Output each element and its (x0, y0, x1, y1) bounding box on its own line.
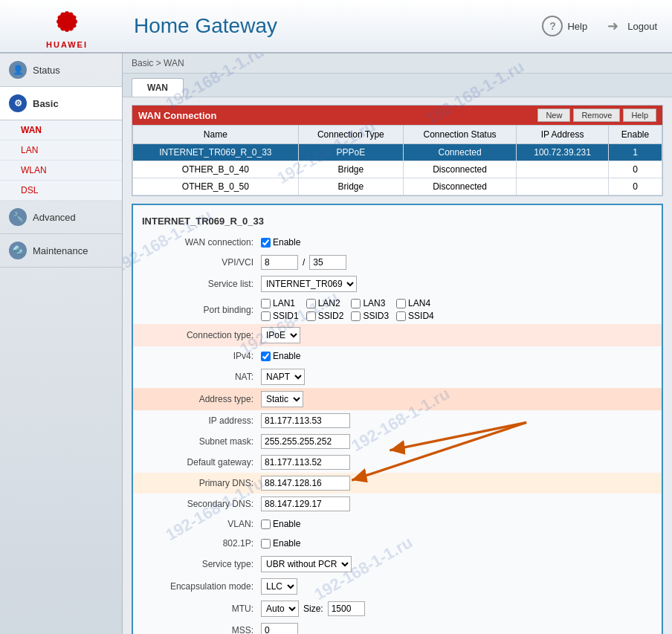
ipv4-checkbox[interactable] (261, 352, 271, 361)
wan-connection-checkbox[interactable] (261, 238, 271, 248)
form-row-primary-dns: Primary DNS: (133, 473, 662, 494)
form-row-default-gateway: Default gateway: (133, 452, 662, 473)
main-panel: WAN Connection New Remove Help Name Conn… (123, 97, 672, 634)
ipv4-text: Enable (273, 351, 300, 361)
checkbox-lan3[interactable]: LAN3 (351, 298, 389, 308)
encapsulation-select[interactable]: LLC (261, 578, 297, 595)
label-encapsulation: Encapsulation mode: (142, 581, 261, 592)
remove-button[interactable]: Remove (573, 109, 620, 122)
arrow-container: INTERNET_TR069_R_0_33 WAN connection: En… (132, 204, 663, 634)
value-connection-type: IPoE (261, 327, 653, 343)
table-row[interactable]: OTHER_B_0_50 Bridge Disconnected 0 (133, 178, 662, 195)
mss-input[interactable] (261, 623, 298, 634)
vci-separator: / (303, 257, 305, 268)
help-button[interactable]: ? Help (542, 16, 587, 36)
wan-table-header: WAN Connection New Remove Help (132, 106, 662, 125)
logo-area: HUAWEI (15, 3, 119, 49)
form-row-vlan: VLAN: Enable (133, 514, 662, 534)
form-row-address-type: Address type: Static (133, 388, 662, 410)
form-row-ipv4: IPv4: Enable (133, 346, 662, 366)
address-type-select[interactable]: Static (261, 391, 303, 407)
checkbox-lan2[interactable]: LAN2 (306, 298, 344, 308)
sidebar-item-status[interactable]: 👤 Status (0, 54, 122, 87)
ip-address-input[interactable] (261, 413, 350, 428)
sidebar: 👤 Status ⚙ Basic WAN LAN WLAN DSL 🔧 Adva… (0, 54, 123, 634)
connection-type-select[interactable]: IPoE (261, 327, 300, 343)
dot1p-checkbox[interactable] (261, 539, 271, 549)
label-connection-type: Connection type: (142, 330, 261, 340)
col-name: Name (133, 126, 299, 144)
dot1p-text: Enable (273, 538, 300, 549)
value-address-type: Static (261, 391, 653, 407)
subnet-mask-input[interactable] (261, 434, 350, 449)
form-panel: INTERNET_TR069_R_0_33 WAN connection: En… (132, 204, 663, 634)
service-type-select[interactable]: UBR without PCR (261, 556, 352, 572)
header-actions: ? Help ➜ Logout (542, 16, 657, 36)
wan-table-container: WAN Connection New Remove Help Name Conn… (132, 105, 663, 196)
sidebar-item-dsl[interactable]: DSL (0, 181, 122, 201)
value-wan-connection: Enable (261, 237, 653, 248)
help-table-button[interactable]: Help (623, 109, 656, 122)
label-address-type: Address type: (142, 394, 261, 404)
ipv4-checkbox-label[interactable]: Enable (261, 351, 300, 361)
vpi-input[interactable] (261, 255, 298, 270)
sidebar-item-wlan[interactable]: WLAN (0, 161, 122, 181)
sidebar-label-maintenance: Maintenance (33, 245, 88, 256)
col-type: Connection Type (298, 126, 403, 144)
col-status: Connection Status (403, 126, 516, 144)
table-row[interactable]: OTHER_B_0_40 Bridge Disconnected 0 (133, 161, 662, 178)
checkbox-ssid3[interactable]: SSID3 (351, 311, 389, 321)
checkbox-lan4[interactable]: LAN4 (396, 298, 434, 308)
nat-select[interactable]: NAPT (261, 369, 305, 385)
value-primary-dns (261, 476, 653, 491)
value-default-gateway (261, 455, 653, 470)
mtu-auto-select[interactable]: Auto (261, 601, 299, 617)
label-vpivci: VPI/VCI (142, 257, 261, 268)
row-status: Connected (403, 144, 516, 161)
mtu-size-input[interactable] (328, 601, 365, 616)
tab-wan[interactable]: WAN (132, 78, 184, 97)
table-row[interactable]: INTERNET_TR069_R_0_33 PPPoE Connected 10… (133, 144, 662, 161)
tab-bar: WAN (123, 74, 672, 97)
secondary-dns-input[interactable] (261, 496, 350, 511)
basic-icon: ⚙ (9, 94, 27, 112)
checkbox-ssid2[interactable]: SSID2 (306, 311, 344, 321)
logout-icon: ➜ (602, 16, 623, 36)
sidebar-item-lan[interactable]: LAN (0, 140, 122, 161)
checkbox-ssid1[interactable]: SSID1 (261, 311, 299, 321)
label-nat: NAT: (142, 372, 261, 382)
label-service-list: Service list: (142, 279, 261, 289)
value-nat: NAPT (261, 369, 653, 385)
new-button[interactable]: New (537, 109, 570, 122)
sidebar-label-advanced: Advanced (33, 212, 76, 223)
main-layout: 👤 Status ⚙ Basic WAN LAN WLAN DSL 🔧 Adva… (0, 54, 672, 634)
label-secondary-dns: Secondary DNS: (142, 499, 261, 509)
form-row-wan-connection: WAN connection: Enable (133, 233, 662, 252)
label-service-type: Service type: (142, 559, 261, 569)
form-row-encapsulation: Encapsulation mode: LLC (133, 575, 662, 598)
value-subnet-mask (261, 434, 653, 449)
vlan-checkbox[interactable] (261, 520, 271, 529)
vlan-checkbox-label[interactable]: Enable (261, 519, 300, 529)
value-encapsulation: LLC (261, 578, 653, 595)
row-name: INTERNET_TR069_R_0_33 (133, 144, 299, 161)
checkbox-lan1[interactable]: LAN1 (261, 298, 299, 308)
sidebar-item-basic[interactable]: ⚙ Basic (0, 87, 122, 120)
service-list-select[interactable]: INTERNET_TR069 (261, 276, 357, 292)
wan-connection-checkbox-label[interactable]: Enable (261, 237, 300, 248)
value-secondary-dns (261, 496, 653, 511)
sidebar-item-wan[interactable]: WAN (0, 120, 122, 140)
sidebar-item-maintenance[interactable]: 🔩 Maintenance (0, 234, 122, 268)
dot1p-checkbox-label[interactable]: Enable (261, 538, 300, 549)
value-mss (261, 623, 653, 634)
sidebar-item-advanced[interactable]: 🔧 Advanced (0, 201, 122, 234)
checkbox-ssid4[interactable]: SSID4 (396, 311, 434, 321)
form-row-mss: MSS: (133, 620, 662, 634)
default-gateway-input[interactable] (261, 455, 350, 470)
primary-dns-input[interactable] (261, 476, 350, 491)
logout-button[interactable]: ➜ Logout (602, 16, 657, 36)
vci-input[interactable] (309, 255, 346, 270)
form-row-subnet-mask: Subnet mask: (133, 431, 662, 452)
label-dot1p: 802.1P: (142, 538, 261, 549)
value-dot1p: Enable (261, 538, 653, 549)
